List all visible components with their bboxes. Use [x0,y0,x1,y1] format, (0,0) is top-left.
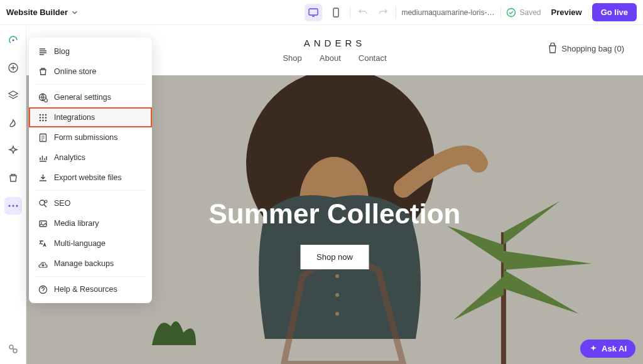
desktop-icon [308,8,318,18]
backup-icon [38,259,48,269]
divider [350,6,350,19]
svg-point-24 [45,117,46,119]
svg-point-16 [335,312,339,316]
dropdown-item-label: Form submissions [54,133,117,142]
dropdown-item-label: Multi-language [54,239,105,248]
ask-ai-button[interactable]: Ask AI [580,340,635,358]
save-status: Saved [506,8,541,18]
svg-rect-1 [333,8,338,17]
svg-point-3 [12,40,14,41]
form-icon [38,132,48,142]
hero-content: Summer Collection Shop now [209,198,461,269]
dropdown-item-help-resources[interactable]: Help & Resources [29,279,152,299]
rail-ai-button[interactable] [4,142,22,159]
dropdown-item-online-store[interactable]: Online store [29,62,152,82]
bag-icon [548,43,558,54]
svg-point-29 [40,200,45,205]
svg-point-14 [335,274,339,278]
svg-rect-0 [309,9,318,15]
rail-store-button[interactable] [4,169,22,187]
svg-point-25 [39,119,41,121]
dropdown-item-seo[interactable]: SEO [29,193,152,213]
rail-design-button[interactable] [4,114,22,132]
svg-point-32 [41,222,42,223]
dropdown-item-label: Help & Resources [54,285,117,294]
rail-layers-button[interactable] [4,87,22,104]
rail-link-button[interactable] [4,340,22,358]
svg-point-26 [42,119,44,121]
divider [500,6,501,19]
svg-point-21 [45,114,46,115]
dropdown-item-label: Analytics [54,153,85,162]
svg-point-30 [45,200,47,203]
app-switcher[interactable]: Website Builder [6,8,78,17]
rail-add-button[interactable] [4,59,22,77]
dropdown-separator [35,84,146,85]
dropdown-item-multi-language[interactable]: Multi-language [29,233,152,254]
dropdown-item-export-website-files[interactable]: Export website files [29,168,152,188]
nav-shop[interactable]: Shop [283,53,301,63]
analytics-icon [38,153,48,163]
topbar: Website Builder mediumaquamarine-loris-m… [0,0,643,25]
dropdown-item-media-library[interactable]: Media library [29,213,152,233]
hero-cta-button[interactable]: Shop now [300,245,369,269]
svg-point-23 [42,117,44,119]
site-brand[interactable]: ANDERS [304,38,366,48]
dropdown-item-label: Integrations [54,113,95,122]
dropdown-item-label: SEO [54,199,70,208]
svg-point-15 [335,293,339,297]
redo-button[interactable] [376,5,391,20]
site-url[interactable]: mediumaquamarine-loris-m... [401,8,495,17]
dropdown-separator [35,276,146,277]
dropdown-item-analytics[interactable]: Analytics [29,147,152,168]
app-switcher-label: Website Builder [6,8,68,17]
preview-button[interactable]: Preview [546,4,586,21]
dropdown-item-integrations[interactable]: Integrations [29,107,152,127]
nav-about[interactable]: About [320,53,341,63]
undo-button[interactable] [355,5,370,20]
redo-icon [378,8,388,18]
rail-more-button[interactable] [4,197,22,215]
divider [396,6,396,19]
chevron-down-icon [72,9,78,16]
saved-label: Saved [519,8,541,17]
blog-icon [38,46,48,56]
nav-contact[interactable]: Contact [359,53,387,63]
desktop-view-button[interactable] [305,4,322,21]
hero-title[interactable]: Summer Collection [209,198,461,230]
side-rail [0,25,26,364]
dropdown-item-blog[interactable]: Blog [29,41,152,62]
svg-point-7 [16,205,18,207]
dropdown-item-label: Blog [54,47,70,56]
dropdown-item-general-settings[interactable]: General settings [29,87,152,107]
dropdown-item-manage-backups[interactable]: Manage backups [29,254,152,274]
go-live-button[interactable]: Go live [592,3,637,21]
seo-icon [38,198,48,208]
shopping-bag[interactable]: Shopping bag (0) [548,43,624,54]
mobile-icon [332,8,340,18]
svg-point-5 [8,205,10,207]
dropdown-item-label: Media library [54,219,99,228]
svg-point-27 [45,119,46,121]
svg-point-2 [507,8,516,16]
mobile-view-button[interactable] [327,4,345,21]
dropdown-separator [35,190,146,191]
dropdown-item-label: Manage backups [54,259,114,268]
sparkle-icon [589,345,598,353]
dropdown-item-form-submissions[interactable]: Form submissions [29,127,152,147]
rail-speed-icon[interactable] [4,31,22,49]
globe-settings-icon [38,92,48,102]
more-dropdown: BlogOnline storeGeneral settingsIntegrat… [29,38,152,303]
store-icon [38,67,48,77]
svg-point-22 [39,117,41,119]
dropdown-item-label: Export website files [54,173,122,182]
dropdown-item-label: General settings [54,93,111,102]
ask-ai-label: Ask AI [602,344,627,353]
svg-point-19 [39,114,41,115]
dropdown-item-label: Online store [54,67,96,76]
download-icon [38,173,48,183]
language-icon [38,238,48,249]
topbar-right: mediumaquamarine-loris-m... Saved Previe… [305,3,637,21]
bag-label: Shopping bag (0) [561,44,624,53]
check-circle-icon [506,8,516,18]
